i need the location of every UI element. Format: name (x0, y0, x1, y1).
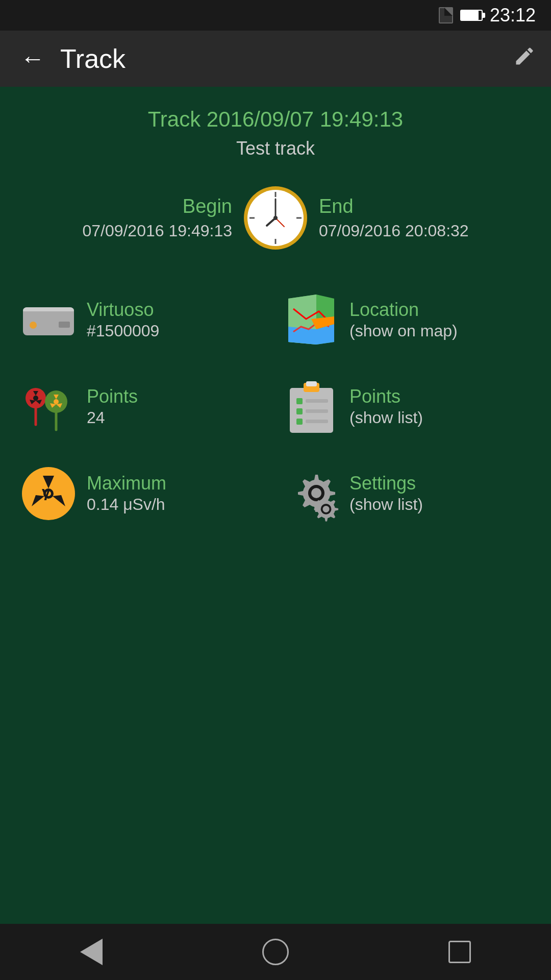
maximum-text: Maximum 0.14 μSv/h (87, 472, 166, 516)
svg-rect-29 (306, 409, 328, 413)
location-text: Location (show on map) (349, 299, 458, 342)
svg-point-37 (311, 488, 321, 498)
device-value: #1500009 (87, 321, 159, 342)
svg-text:γ: γ (42, 483, 51, 500)
device-item[interactable]: Virtuoso #1500009 (15, 282, 273, 358)
points-list-label: Points (349, 385, 423, 407)
svg-rect-14 (59, 322, 70, 328)
begin-label: Begin (15, 195, 232, 217)
clipboard-icon (283, 379, 339, 435)
app-bar: ← Track (0, 31, 551, 87)
svg-rect-27 (306, 399, 328, 403)
points-count-text: Points 24 (87, 385, 138, 429)
edit-button[interactable] (513, 45, 536, 72)
points-list-value: (show list) (349, 407, 423, 429)
settings-label: Settings (349, 472, 423, 494)
sim-icon (439, 7, 453, 23)
points-list-text: Points (show list) (349, 385, 423, 429)
clock-icon (242, 185, 309, 251)
svg-point-22 (54, 399, 59, 404)
map-icon (283, 292, 339, 348)
points-count-label: Points (87, 385, 138, 407)
points-count-value: 24 (87, 407, 138, 429)
svg-rect-25 (306, 381, 317, 386)
end-value: 07/09/2016 20:08:32 (319, 222, 469, 240)
begin-group: Begin 07/09/2016 19:49:13 (15, 195, 242, 240)
status-bar: 23:12 (0, 0, 551, 31)
maximum-value: 0.14 μSv/h (87, 494, 166, 516)
track-subtitle: Test track (15, 138, 536, 159)
pins-icon (20, 379, 77, 435)
end-group: End 07/09/2016 20:08:32 (309, 195, 536, 240)
radiation-badge-icon: γ (20, 465, 77, 522)
begin-value: 07/09/2016 19:49:13 (82, 222, 232, 240)
time-section: Begin 07/09/2016 19:49:13 (15, 185, 536, 251)
app-title: Track (60, 43, 513, 74)
device-text: Virtuoso #1500009 (87, 299, 159, 342)
svg-rect-30 (296, 419, 303, 425)
status-time: 23:12 (490, 5, 536, 26)
main-content: Track 2016/09/07 19:49:13 Test track Beg… (0, 87, 551, 924)
svg-point-13 (30, 322, 37, 329)
bottom-nav (0, 924, 551, 980)
svg-rect-28 (296, 408, 303, 414)
gears-icon (283, 465, 339, 522)
settings-text: Settings (show list) (349, 472, 423, 516)
back-button[interactable]: ← (15, 41, 50, 76)
device-label: Virtuoso (87, 299, 159, 321)
svg-point-9 (273, 216, 278, 220)
battery-icon (460, 10, 483, 21)
svg-point-39 (323, 506, 330, 512)
svg-rect-26 (296, 398, 303, 404)
svg-rect-31 (306, 420, 328, 423)
svg-point-20 (33, 396, 38, 401)
maximum-label: Maximum (87, 472, 166, 494)
maximum-item[interactable]: γ Maximum 0.14 μSv/h (15, 455, 273, 532)
settings-value: (show list) (349, 494, 423, 516)
track-title: Track 2016/09/07 19:49:13 (15, 107, 536, 132)
points-count-item[interactable]: Points 24 (15, 369, 273, 445)
settings-item[interactable]: Settings (show list) (278, 455, 536, 532)
end-label: End (319, 195, 536, 217)
points-list-item[interactable]: Points (show list) (278, 369, 536, 445)
location-label: Location (349, 299, 458, 321)
nav-home-button[interactable] (242, 934, 309, 970)
svg-rect-12 (23, 311, 74, 313)
location-item[interactable]: Location (show on map) (278, 282, 536, 358)
device-icon (20, 292, 77, 348)
location-value: (show on map) (349, 321, 458, 342)
nav-back-button[interactable] (60, 934, 123, 970)
track-header: Track 2016/09/07 19:49:13 Test track (15, 107, 536, 159)
nav-recents-button[interactable] (428, 936, 491, 968)
info-grid: Virtuoso #1500009 (15, 282, 536, 532)
